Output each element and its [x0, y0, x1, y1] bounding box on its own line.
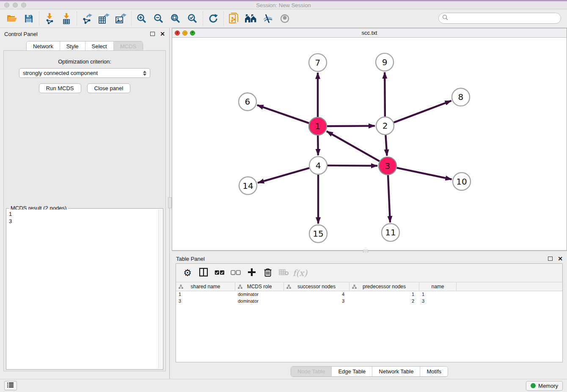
- close-panel-icon[interactable]: ✕: [558, 256, 563, 262]
- table-cell[interactable]: 3: [284, 298, 350, 305]
- function-builder-button[interactable]: f(x): [293, 266, 307, 280]
- tab-motifs[interactable]: Motifs: [420, 367, 448, 376]
- splitter-handle[interactable]: [168, 197, 172, 208]
- zoom-in-button[interactable]: [133, 11, 150, 27]
- graph-edge-3-11[interactable]: [388, 175, 390, 223]
- tab-mcds[interactable]: MCDS: [113, 41, 143, 51]
- zoom-fit-button[interactable]: [167, 11, 184, 27]
- graph-node-6[interactable]: 6: [239, 93, 256, 110]
- new-network-from-selection-button[interactable]: [226, 11, 242, 27]
- close-panel-icon[interactable]: ✕: [160, 31, 165, 37]
- table-header-row: shared nameMCDS rolesuccessor nodesprede…: [176, 282, 562, 291]
- optimization-criterion-select[interactable]: strongly connected component: [19, 68, 150, 78]
- table-cell[interactable]: 1: [176, 291, 235, 298]
- tab-network-table[interactable]: Network Table: [372, 367, 420, 376]
- search-icon: [442, 14, 448, 22]
- task-history-button[interactable]: [4, 381, 17, 390]
- mcds-result-list[interactable]: 13: [7, 210, 158, 368]
- graph-node-11[interactable]: 11: [382, 224, 399, 241]
- import-network-button[interactable]: [41, 11, 58, 27]
- zoom-out-icon: [154, 14, 164, 24]
- tab-select[interactable]: Select: [85, 41, 113, 51]
- network-canvas[interactable]: 7968124314101511: [172, 38, 567, 250]
- result-scrollbar[interactable]: [158, 210, 162, 368]
- delete-columns-button[interactable]: [261, 266, 275, 280]
- table-cell[interactable]: 1: [350, 291, 419, 298]
- column-header-shared-name[interactable]: shared name: [176, 282, 235, 291]
- table-row[interactable]: 3dominator323: [176, 298, 562, 305]
- toggle-panel-columns-button[interactable]: [196, 266, 211, 280]
- refresh-layout-button[interactable]: [205, 11, 222, 27]
- graph-edge-4-14[interactable]: [258, 168, 309, 183]
- mcds-result-item[interactable]: 3: [9, 218, 156, 225]
- graph-node-2[interactable]: 2: [376, 117, 394, 135]
- run-mcds-button[interactable]: Run MCDS: [39, 83, 81, 93]
- graph-node-8[interactable]: 8: [452, 88, 470, 106]
- open-session-button[interactable]: [3, 11, 20, 27]
- graph-edge-2-3[interactable]: [385, 135, 387, 156]
- export-network-button[interactable]: [79, 11, 96, 27]
- export-image-button[interactable]: [113, 11, 129, 27]
- column-header-name[interactable]: name: [419, 282, 457, 291]
- graph-node-1[interactable]: 1: [309, 117, 327, 135]
- table-cell[interactable]: dominator: [235, 291, 284, 298]
- graph-node-7[interactable]: 7: [309, 54, 327, 72]
- graph-edge-2-9[interactable]: [385, 72, 385, 117]
- deselect-all-rows-button[interactable]: [228, 266, 243, 280]
- graph-edge-1-6[interactable]: [257, 105, 309, 123]
- tab-style[interactable]: Style: [60, 41, 85, 51]
- svg-text:1: 1: [315, 121, 321, 131]
- network-canvas-svg[interactable]: 7968124314101511: [172, 38, 567, 250]
- table-cell[interactable]: 2: [350, 298, 419, 305]
- float-panel-icon[interactable]: [150, 32, 155, 36]
- graph-edge-1-2[interactable]: [327, 126, 375, 126]
- hide-selected-button[interactable]: [259, 11, 276, 27]
- select-all-rows-button[interactable]: [212, 266, 227, 280]
- close-panel-button[interactable]: Close panel: [87, 83, 131, 93]
- first-neighbors-button[interactable]: [242, 11, 259, 27]
- table-cell[interactable]: 4: [284, 291, 350, 298]
- tab-edge-table[interactable]: Edge Table: [331, 367, 372, 376]
- add-column-button[interactable]: [245, 266, 259, 280]
- svg-text:15: 15: [313, 229, 323, 239]
- memory-button[interactable]: Memory: [526, 381, 563, 391]
- document-network-icon: [228, 13, 239, 25]
- table-cell[interactable]: 1: [419, 291, 457, 298]
- graph-node-15[interactable]: 15: [309, 225, 327, 243]
- table-row[interactable]: 1dominator411: [176, 291, 562, 298]
- column-header-MCDS-role[interactable]: MCDS role: [235, 282, 284, 291]
- save-floppy-icon: [24, 14, 33, 23]
- show-all-button[interactable]: [276, 11, 293, 27]
- zoom-selected-button[interactable]: [184, 11, 201, 27]
- table-cell[interactable]: 3: [419, 298, 457, 305]
- zoom-out-button[interactable]: [150, 11, 167, 27]
- graph-edge-4-3[interactable]: [328, 166, 377, 166]
- table-cell[interactable]: 3: [176, 298, 235, 305]
- graph-edge-3-1[interactable]: [327, 131, 380, 161]
- export-table-button[interactable]: [96, 11, 113, 27]
- search-input[interactable]: [451, 15, 561, 22]
- select-stepper-icon: [143, 71, 146, 76]
- float-panel-icon[interactable]: [548, 257, 553, 261]
- graph-edge-1-4[interactable]: [318, 135, 318, 155]
- graph-edge-2-8[interactable]: [394, 101, 451, 122]
- tab-node-table[interactable]: Node Table: [291, 367, 332, 376]
- column-header-successor-nodes[interactable]: successor nodes: [284, 282, 350, 291]
- toolbar-separator: [77, 11, 77, 26]
- graph-node-9[interactable]: 9: [376, 53, 394, 71]
- graph-node-3[interactable]: 3: [379, 157, 396, 175]
- graph-node-14[interactable]: 14: [239, 177, 257, 195]
- save-session-button[interactable]: [20, 11, 37, 27]
- mcds-result-item[interactable]: 1: [9, 210, 156, 218]
- graph-node-10[interactable]: 10: [453, 173, 471, 190]
- table-settings-button[interactable]: ⚙: [180, 266, 195, 280]
- search-field[interactable]: [438, 13, 561, 24]
- graph-node-4[interactable]: 4: [309, 157, 327, 174]
- column-header-predecessor-nodes[interactable]: predecessor nodes: [350, 282, 419, 291]
- graph-edge-3-10[interactable]: [397, 168, 452, 179]
- delete-table-button[interactable]: [277, 266, 291, 280]
- table-cell[interactable]: dominator: [235, 298, 284, 305]
- tab-network[interactable]: Network: [27, 41, 60, 51]
- svg-text:10: 10: [456, 177, 467, 187]
- import-table-button[interactable]: [58, 11, 75, 27]
